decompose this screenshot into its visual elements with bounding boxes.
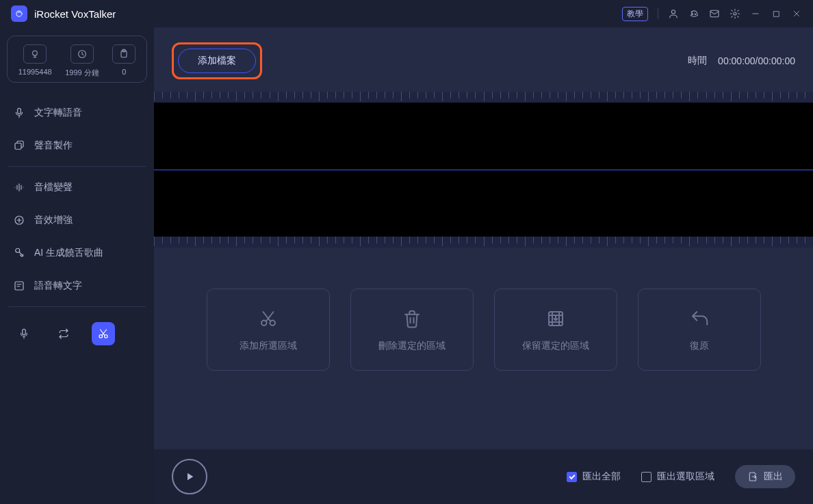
waveform-midline [154,170,813,170]
action-undo-label: 復原 [690,340,709,352]
titlebar-divider [658,8,658,19]
nav-tts[interactable]: 文字轉語音 [0,96,154,129]
ruler-bottom [154,237,813,248]
tool-cut[interactable] [92,322,115,345]
svg-rect-4 [710,10,719,16]
highlight-annotation: 添加檔案 [172,42,262,79]
transcript-icon [12,279,26,293]
credit-characters[interactable]: 11995448 [18,44,52,78]
credits-box: 11995448 1999 分鐘 0 [7,36,147,83]
tutorial-button[interactable]: 教學 [622,7,648,21]
checkbox-checked-icon [567,472,577,482]
microphone-icon [12,106,26,120]
nav-ai-rap-label: AI 生成饒舌歌曲 [34,247,103,259]
svg-rect-6 [773,11,779,16]
credit-tokens-value: 0 [122,68,126,76]
actions-row: 添加所選區域 刪除選定的區域 保留選定的區域 復原 [154,248,813,371]
sidebar-tool-row [0,311,154,356]
export-button-label: 匯出 [764,470,783,483]
credit-tokens[interactable]: 0 [112,44,136,78]
film-save-icon [544,307,567,330]
app-logo-icon [11,5,27,22]
cut-add-icon [257,307,280,330]
nav-tts-label: 文字轉語音 [34,107,82,119]
action-keep-selection[interactable]: 保留選定的區域 [494,289,617,371]
credit-minutes-value: 1999 分鐘 [65,68,99,78]
tool-loop[interactable] [52,322,75,345]
undo-icon [688,307,711,330]
discord-icon[interactable] [688,8,699,19]
mail-icon[interactable] [709,8,720,19]
window-close-icon[interactable] [791,8,802,19]
nav-voice-changer[interactable]: 音檔變聲 [0,171,154,204]
action-undo[interactable]: 復原 [638,289,761,371]
sidebar-divider-2 [8,306,146,307]
nav-ai-rap[interactable]: AI 生成饒舌歌曲 [0,237,154,269]
play-button[interactable] [172,459,207,494]
window-maximize-icon[interactable] [771,8,782,19]
enhance-icon [12,213,26,227]
nav-voice-create[interactable]: 聲音製作 [0,129,154,162]
export-selection-label: 匯出選取區域 [657,470,714,483]
action-add-selection-label: 添加所選區域 [240,340,297,352]
time-value: 00:00:00/00:00:00 [718,55,795,66]
layers-icon [12,139,26,152]
credit-characters-value: 11995448 [18,68,52,76]
nav-audio-enhance[interactable]: 音效增強 [0,204,154,237]
trash-icon [400,307,424,330]
tool-record[interactable] [12,322,36,345]
nav-audio-enhance-label: 音效增強 [34,214,73,226]
export-all-label: 匯出全部 [582,470,621,483]
waveform[interactable] [154,103,813,237]
credit-minutes[interactable]: 1999 分鐘 [65,44,99,78]
svg-point-7 [33,51,38,55]
svg-rect-15 [15,282,23,290]
action-delete-selection[interactable]: 刪除選定的區域 [350,289,474,371]
nav-stt[interactable]: 語音轉文字 [0,269,154,302]
waveform-area [154,92,813,248]
action-delete-selection-label: 刪除選定的區域 [378,340,446,352]
mic-music-icon [12,246,26,260]
window-titlebar: iRocket VoxTalker 教學 [0,0,813,27]
svg-point-5 [734,12,736,15]
svg-rect-16 [23,329,26,334]
window-minimize-icon[interactable] [750,8,761,19]
nav-stt-label: 語音轉文字 [34,280,82,292]
user-icon[interactable] [668,8,679,19]
nav-voice-changer-label: 音檔變聲 [34,181,73,194]
sidebar: 11995448 1999 分鐘 0 文字轉語音 聲音製作 音檔變聲 [0,27,154,504]
svg-point-2 [692,14,693,14]
main-panel: 添加檔案 時間 00:00:00/00:00:00 添加所選區域 刪除選定的區域 [154,27,813,504]
action-keep-selection-label: 保留選定的區域 [522,340,589,352]
action-add-selection[interactable]: 添加所選區域 [207,289,330,371]
settings-icon[interactable] [730,8,740,19]
checkbox-unchecked-icon [641,472,651,482]
bottom-bar: 匯出全部 匯出選取區域 匯出 [154,449,813,504]
nav-voice-create-label: 聲音製作 [34,140,73,152]
svg-point-3 [695,14,695,14]
waveform-icon [12,181,26,194]
app-title: iRocket VoxTalker [34,8,116,20]
export-button[interactable]: 匯出 [735,465,795,488]
time-label: 時間 [688,55,707,67]
ruler-top [154,92,813,103]
add-file-button[interactable]: 添加檔案 [178,49,256,73]
svg-point-1 [671,10,675,14]
svg-rect-11 [18,108,21,114]
export-selection-checkbox[interactable]: 匯出選取區域 [641,470,714,483]
sidebar-divider [8,166,146,167]
svg-rect-12 [15,143,21,149]
export-all-checkbox[interactable]: 匯出全部 [567,470,621,483]
